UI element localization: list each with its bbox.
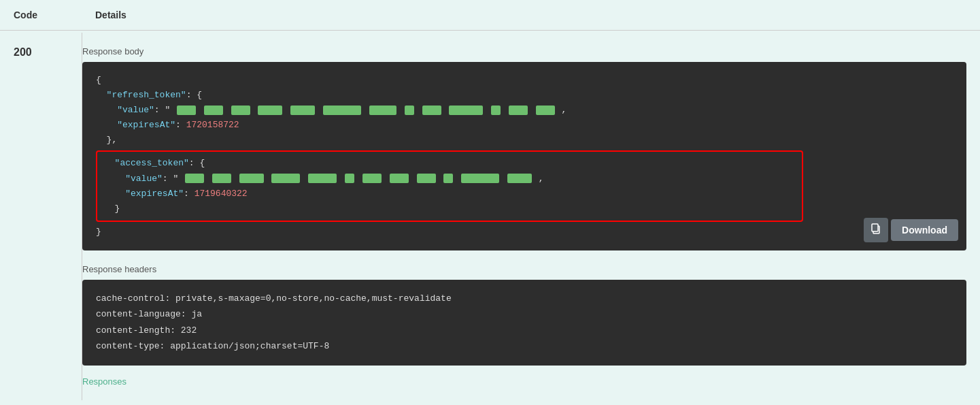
redacted-a1 xyxy=(185,174,204,183)
redacted-13 xyxy=(536,106,555,115)
details-column-header: Details xyxy=(95,10,966,20)
json-access-expires-line: "expiresAt": 1719640322 xyxy=(104,187,795,201)
redacted-2 xyxy=(204,106,223,115)
redacted-8 xyxy=(405,106,414,115)
refresh-token-key: "refresh_token" xyxy=(107,90,186,100)
headers-label: Response headers xyxy=(82,264,966,274)
code-column: 200 xyxy=(0,33,82,400)
redacted-a11 xyxy=(461,174,499,183)
header-content-length: content-length: 232 xyxy=(96,323,953,338)
redacted-a3 xyxy=(239,174,264,183)
response-body-code-block: { "refresh_token": { "value": " xyxy=(82,62,966,250)
responses-link[interactable]: Responses xyxy=(82,376,966,387)
json-refresh-expires-line: "expiresAt": 1720158722 xyxy=(96,118,953,133)
redacted-a6 xyxy=(345,174,354,183)
access-expires-key: "expiresAt" xyxy=(125,189,184,199)
response-headers-section: Response headers cache-control: private,… xyxy=(82,264,966,366)
download-button[interactable]: Download xyxy=(891,219,958,241)
redacted-1 xyxy=(177,106,196,115)
access-token-highlight: "access_token": { "value": " xyxy=(96,150,803,221)
redacted-6 xyxy=(323,106,361,115)
redacted-a4 xyxy=(271,174,300,183)
json-access-token-key-line: "access_token": { xyxy=(104,156,795,171)
redacted-a8 xyxy=(390,174,409,183)
response-body-section: Response body { "refresh_token": { "valu… xyxy=(82,46,966,250)
code-column-header: Code xyxy=(14,10,95,20)
header-content-type: content-type: application/json;charset=U… xyxy=(96,338,953,354)
redacted-4 xyxy=(258,106,282,115)
header-content-language: content-language: ja xyxy=(96,306,953,322)
json-refresh-token-key-line: "refresh_token": { xyxy=(96,88,953,103)
redacted-10 xyxy=(449,106,483,115)
download-label: Download xyxy=(902,225,947,236)
download-button-area: Download xyxy=(864,218,958,242)
redacted-3 xyxy=(231,106,250,115)
json-access-close-line: } xyxy=(104,201,795,216)
redacted-a5 xyxy=(308,174,337,183)
page-container: Code Details 200 Response body { "refres… xyxy=(0,0,980,400)
copy-icon xyxy=(871,223,881,234)
redacted-11 xyxy=(491,106,501,115)
refresh-expires-key: "expiresAt" xyxy=(117,120,175,130)
redacted-a7 xyxy=(362,174,382,183)
body-label: Response body xyxy=(82,46,966,56)
svg-rect-1 xyxy=(872,224,878,231)
json-line-open-brace: { xyxy=(96,73,953,88)
access-value-key: "value" xyxy=(125,174,163,184)
json-refresh-value-line: "value": " , xyxy=(96,103,953,118)
details-column: Response body { "refresh_token": { "valu… xyxy=(82,33,980,400)
redacted-5 xyxy=(290,106,315,115)
refresh-value-key: "value" xyxy=(117,105,154,115)
redacted-a10 xyxy=(443,174,453,183)
copy-icon-button[interactable] xyxy=(864,218,888,242)
json-access-value-line: "value": " xyxy=(104,172,795,187)
refresh-expires-value: 1720158722 xyxy=(186,120,239,130)
json-refresh-close-line: }, xyxy=(96,133,953,148)
redacted-9 xyxy=(422,106,441,115)
header-cache-control: cache-control: private,s-maxage=0,no-sto… xyxy=(96,291,953,306)
redacted-12 xyxy=(509,106,528,115)
access-expires-value: 1719640322 xyxy=(195,189,248,199)
details-header: Details xyxy=(95,10,126,20)
redacted-a2 xyxy=(212,174,231,183)
response-headers-code-block: cache-control: private,s-maxage=0,no-sto… xyxy=(82,280,966,366)
redacted-a9 xyxy=(417,174,436,183)
redacted-a12 xyxy=(507,174,532,183)
status-code: 200 xyxy=(14,41,32,58)
json-close-brace: } xyxy=(96,225,953,240)
access-token-key: "access_token" xyxy=(115,158,189,168)
redacted-7 xyxy=(369,106,396,115)
code-header: Code xyxy=(14,10,37,20)
